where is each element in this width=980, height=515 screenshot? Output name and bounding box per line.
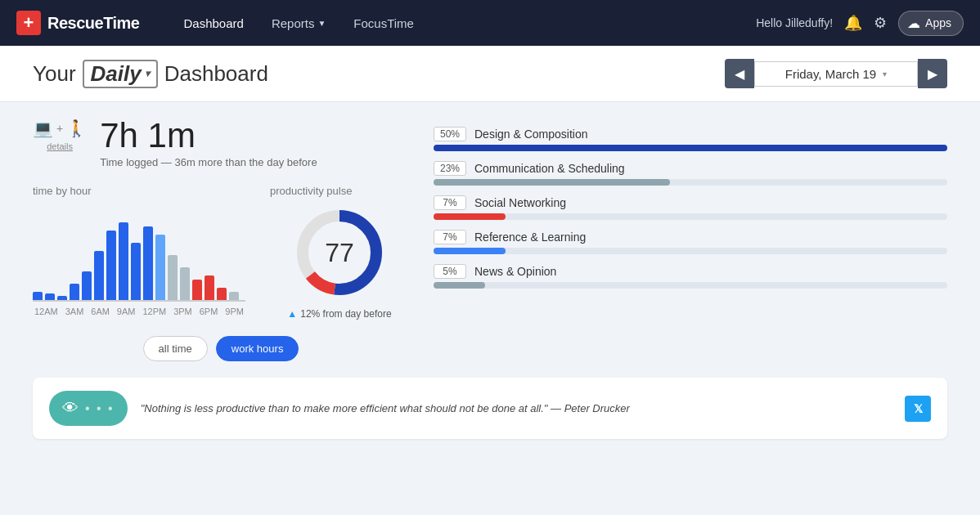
tools-icon[interactable]: ⚙	[874, 14, 887, 32]
computer-activity-icon: 💻 + 🚶 details	[33, 119, 87, 151]
bar-item	[45, 293, 55, 300]
eye-badge: 👁 • • •	[49, 391, 128, 426]
bar-item	[155, 235, 165, 300]
bar-item	[82, 271, 92, 300]
progress-bar-bg	[434, 213, 947, 220]
category-row: 7% Reference & Learning	[434, 230, 947, 254]
progress-bar-fill	[434, 179, 670, 186]
left-panel: 💻 + 🚶 details 7h 1m Time logged — 36m mo…	[33, 119, 409, 361]
twitter-share-button[interactable]: 𝕏	[905, 396, 931, 422]
apps-button[interactable]: ☁ Apps	[898, 11, 964, 36]
view-type-selector[interactable]: Daily ▾	[83, 60, 158, 88]
bar-item	[33, 292, 43, 300]
bar-item	[70, 284, 79, 300]
progress-bar-bg	[434, 145, 947, 151]
total-time: 7h 1m	[100, 119, 317, 153]
progress-bar-bg	[434, 179, 947, 186]
donut-chart: 77	[290, 204, 389, 302]
bar-item	[205, 275, 214, 300]
eye-icon: 👁	[62, 399, 79, 418]
bar-item	[94, 251, 104, 300]
chart-x-label: 12PM	[142, 307, 166, 316]
category-name: Reference & Learning	[474, 231, 586, 244]
header-bar: Your Daily ▾ Dashboard ◀ Friday, March 1…	[0, 46, 980, 102]
logo-text: RescueTime	[47, 14, 139, 33]
time-summary: 💻 + 🚶 details 7h 1m Time logged — 36m mo…	[33, 119, 409, 168]
bar-chart	[33, 204, 245, 302]
progress-bar-bg	[434, 248, 947, 254]
nav-focustime[interactable]: FocusTime	[342, 11, 425, 35]
greeting: Hello Jilleduffy!	[756, 16, 833, 29]
category-name: Design & Composition	[474, 128, 588, 141]
chart-x-label: 9PM	[225, 307, 244, 316]
chart-x-label: 9AM	[117, 307, 136, 316]
chevron-down-icon: ▼	[317, 19, 326, 28]
category-row: 23% Communication & Scheduling	[434, 161, 947, 186]
twitter-icon: 𝕏	[914, 402, 923, 415]
quote-bar: 👁 • • • "Nothing is less productive than…	[33, 378, 947, 439]
category-pct: 7%	[434, 195, 466, 210]
charts-row: time by hour 12AM3AM6AM9AM12PM3PM6PM9PM …	[33, 185, 409, 320]
bar-item	[217, 288, 227, 300]
up-arrow-icon: ▲	[287, 308, 297, 320]
logo-icon	[16, 11, 41, 35]
cloud-icon: ☁	[907, 16, 920, 31]
work-hours-button[interactable]: work hours	[216, 336, 299, 361]
progress-bar-bg	[434, 282, 947, 289]
progress-bar-fill	[434, 282, 485, 289]
category-pct: 23%	[434, 161, 466, 176]
current-date: Friday, March 19 ▾	[754, 61, 918, 87]
nav-dashboard[interactable]: Dashboard	[172, 11, 254, 35]
bell-icon[interactable]: 🔔	[844, 14, 862, 32]
nav-reports[interactable]: Reports ▼	[260, 11, 337, 35]
date-caret-icon: ▾	[883, 69, 887, 78]
bar-item	[119, 222, 128, 300]
category-header: 5% News & Opinion	[434, 264, 947, 279]
category-header: 50% Design & Composition	[434, 127, 947, 141]
person-icon: 🚶	[66, 119, 87, 138]
pulse-change: ▲ 12% from day before	[270, 308, 409, 320]
bar-item	[168, 255, 178, 300]
quote-text: "Nothing is less productive than to make…	[141, 402, 892, 414]
prev-date-button[interactable]: ◀	[725, 59, 754, 88]
chart-label: time by hour	[33, 185, 245, 197]
chart-x-labels: 12AM3AM6AM9AM12PM3PM6PM9PM	[33, 307, 245, 316]
time-info: 7h 1m Time logged — 36m more than the da…	[100, 119, 317, 168]
category-row: 50% Design & Composition	[434, 127, 947, 151]
chart-x-label: 6PM	[200, 307, 218, 316]
category-header: 23% Communication & Scheduling	[434, 161, 947, 176]
laptop-icon: 💻	[33, 119, 53, 138]
page-title: Your Daily ▾ Dashboard	[33, 60, 268, 88]
next-date-button[interactable]: ▶	[918, 59, 947, 88]
date-navigator: ◀ Friday, March 19 ▾ ▶	[725, 59, 947, 88]
view-caret-icon: ▾	[145, 68, 150, 79]
nav-right: Hello Jilleduffy! 🔔 ⚙ ☁ Apps	[756, 11, 964, 36]
logo[interactable]: RescueTime	[16, 11, 139, 35]
plus-icon: +	[56, 122, 63, 135]
category-row: 5% News & Opinion	[434, 264, 947, 289]
category-name: News & Opinion	[474, 265, 556, 278]
category-pct: 7%	[434, 230, 466, 244]
category-header: 7% Reference & Learning	[434, 230, 947, 244]
bar-item	[229, 292, 239, 300]
pulse-label: productivity pulse	[270, 185, 409, 197]
bar-item	[180, 267, 190, 300]
toggle-row: all time work hours	[33, 336, 409, 361]
nav-links: Dashboard Reports ▼ FocusTime	[172, 11, 425, 35]
category-name: Social Networking	[474, 196, 566, 209]
progress-bar-fill	[434, 248, 506, 254]
details-link[interactable]: details	[47, 141, 73, 151]
productivity-pulse: productivity pulse 77 ▲	[270, 185, 409, 320]
bar-item	[192, 280, 202, 300]
bar-item	[57, 296, 67, 300]
category-pct: 50%	[434, 127, 466, 141]
chart-x-label: 6AM	[91, 307, 110, 316]
bar-item	[143, 226, 153, 300]
all-time-button[interactable]: all time	[143, 336, 208, 361]
main-content: 💻 + 🚶 details 7h 1m Time logged — 36m mo…	[0, 102, 980, 455]
bar-item	[106, 231, 116, 300]
progress-bar-fill	[434, 145, 947, 151]
category-name: Communication & Scheduling	[474, 162, 625, 175]
right-panel: 50% Design & Composition 23% Communicati…	[434, 119, 947, 361]
category-header: 7% Social Networking	[434, 195, 947, 210]
